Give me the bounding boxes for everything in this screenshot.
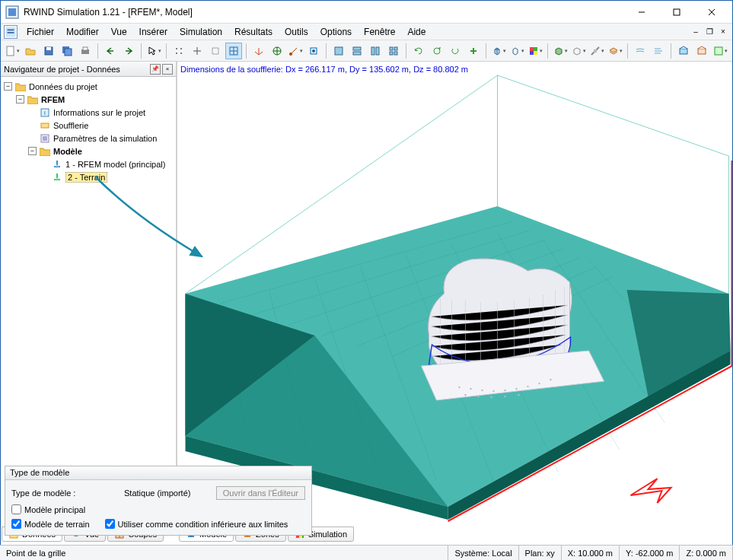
tool-select[interactable] bbox=[145, 43, 162, 59]
tool-save[interactable] bbox=[40, 43, 57, 59]
folder-icon bbox=[39, 146, 51, 157]
scene-svg bbox=[177, 62, 732, 529]
tool-3d-1[interactable] bbox=[552, 43, 569, 59]
tool-saveall[interactable] bbox=[59, 43, 75, 59]
tool-redo[interactable] bbox=[120, 43, 137, 59]
svg-point-75 bbox=[518, 394, 519, 396]
minimize-button[interactable] bbox=[624, 2, 659, 23]
svg-text:i: i bbox=[44, 110, 46, 116]
tool-grid-1[interactable] bbox=[171, 43, 187, 59]
tool-view-1[interactable] bbox=[675, 43, 692, 59]
info-icon: i bbox=[39, 107, 51, 118]
tool-view-3[interactable] bbox=[712, 43, 728, 59]
titlebar: RWIND Simulation 1.21 - [RFEM*, Model] bbox=[1, 1, 732, 24]
tool-slice[interactable] bbox=[588, 43, 605, 59]
toolbar bbox=[1, 40, 732, 62]
svg-point-63 bbox=[470, 388, 471, 390]
tool-undo[interactable] bbox=[102, 43, 119, 59]
svg-point-27 bbox=[289, 52, 292, 56]
tool-wind-1[interactable] bbox=[632, 43, 649, 59]
tree-modele[interactable]: − Modèle bbox=[2, 145, 174, 158]
mdi-restore[interactable]: ❐ bbox=[703, 27, 715, 36]
tool-cube-1[interactable] bbox=[490, 43, 507, 59]
model-type-title: Type de modèle bbox=[5, 466, 311, 480]
project-navigator: Navigateur de projet - Données 📌 × − Don… bbox=[1, 62, 177, 529]
menu-fichier[interactable]: Fichier bbox=[21, 25, 60, 39]
tree-model-1[interactable]: 1 - RFEM model (principal) bbox=[2, 158, 174, 170]
tree-soufflerie[interactable]: Soufflerie bbox=[2, 119, 174, 132]
navigator-close-icon[interactable]: × bbox=[162, 64, 173, 75]
tree-model-2-terrain[interactable]: 2 - Terrain bbox=[2, 170, 174, 183]
status-y: Y: -62.000 m bbox=[620, 546, 680, 560]
svg-point-73 bbox=[490, 396, 492, 398]
tree-info[interactable]: i Informations sur le projet bbox=[2, 106, 174, 119]
tool-cube-2[interactable] bbox=[508, 43, 525, 59]
svg-rect-22 bbox=[212, 48, 218, 54]
svg-point-64 bbox=[481, 390, 483, 391]
menu-modifier[interactable]: Modifier bbox=[60, 25, 105, 39]
tool-window-3[interactable] bbox=[367, 43, 384, 59]
tool-print[interactable] bbox=[77, 43, 94, 59]
menu-vue[interactable]: Vue bbox=[105, 25, 133, 39]
tool-axis-3[interactable] bbox=[287, 43, 304, 59]
model-type-panel: Type de modèle Type de modèle : Statique… bbox=[5, 466, 312, 536]
status-message: Point de la grille bbox=[0, 546, 448, 560]
svg-rect-33 bbox=[371, 47, 374, 55]
expand-icon[interactable]: − bbox=[16, 95, 24, 103]
expand-icon[interactable]: − bbox=[28, 147, 37, 155]
tool-window-1[interactable] bbox=[330, 43, 347, 59]
svg-point-39 bbox=[434, 48, 440, 54]
mdi-close[interactable]: × bbox=[717, 27, 729, 36]
tree-root[interactable]: − Données du projet bbox=[2, 80, 174, 93]
navigator-pin-icon[interactable]: 📌 bbox=[150, 64, 161, 75]
svg-rect-47 bbox=[715, 47, 722, 55]
tool-open[interactable] bbox=[22, 43, 39, 59]
svg-rect-1 bbox=[8, 8, 16, 16]
tool-view-2[interactable] bbox=[693, 43, 710, 59]
svg-rect-32 bbox=[353, 52, 361, 55]
svg-rect-31 bbox=[353, 47, 361, 50]
svg-rect-36 bbox=[394, 47, 397, 50]
menu-outils[interactable]: Outils bbox=[279, 25, 314, 39]
tool-axis-1[interactable] bbox=[250, 43, 267, 59]
svg-point-18 bbox=[176, 52, 177, 54]
tool-grid-3[interactable] bbox=[207, 43, 224, 59]
tool-window-2[interactable] bbox=[349, 43, 365, 59]
tool-axis-2[interactable] bbox=[269, 43, 285, 59]
tool-refresh-4[interactable] bbox=[465, 43, 482, 59]
3d-viewport[interactable]: Dimensions de la soufflerie: Dx = 266.11… bbox=[177, 62, 732, 529]
chk-principal[interactable]: Modèle principal bbox=[11, 504, 85, 514]
tree-rfem[interactable]: − RFEM bbox=[2, 93, 174, 106]
tool-color[interactable] bbox=[527, 43, 543, 59]
svg-rect-34 bbox=[376, 47, 379, 55]
tool-grid-2[interactable] bbox=[189, 43, 206, 59]
tool-grid-4[interactable] bbox=[225, 43, 242, 59]
chk-terrain[interactable]: Modèle de terrain bbox=[11, 519, 90, 529]
tool-refresh-2[interactable] bbox=[429, 43, 445, 59]
close-button[interactable] bbox=[694, 2, 729, 23]
tool-refresh-1[interactable] bbox=[410, 43, 427, 59]
tool-window-4[interactable] bbox=[385, 43, 402, 59]
tool-refresh-3[interactable] bbox=[447, 43, 464, 59]
svg-rect-11 bbox=[46, 47, 51, 50]
tool-3d-2[interactable] bbox=[570, 43, 587, 59]
maximize-button[interactable] bbox=[659, 2, 694, 23]
tool-axis-4[interactable] bbox=[305, 43, 322, 59]
open-editor-button[interactable]: Ouvrir dans l'Éditeur bbox=[216, 486, 305, 500]
expand-icon[interactable]: − bbox=[4, 82, 12, 91]
tool-new[interactable] bbox=[4, 43, 21, 59]
project-tree[interactable]: − Données du projet − RFEM i Information… bbox=[1, 77, 176, 529]
svg-point-72 bbox=[477, 396, 479, 397]
tool-wind-2[interactable] bbox=[650, 43, 667, 59]
menu-options[interactable]: Options bbox=[314, 25, 358, 39]
menu-inserer[interactable]: Insérer bbox=[133, 25, 174, 39]
tool-layers[interactable] bbox=[607, 43, 623, 59]
mdi-minimize[interactable]: – bbox=[690, 27, 702, 36]
menu-aide[interactable]: Aide bbox=[401, 25, 432, 39]
menu-simulation[interactable]: Simulation bbox=[174, 25, 228, 39]
menu-fenetre[interactable]: Fenêtre bbox=[358, 25, 401, 39]
tree-params[interactable]: Paramètres de la simulation bbox=[2, 132, 174, 145]
chk-condition[interactable]: Utiliser comme condition inférieure aux … bbox=[105, 519, 288, 529]
menu-resultats[interactable]: Résultats bbox=[228, 25, 279, 39]
svg-point-70 bbox=[550, 379, 551, 380]
